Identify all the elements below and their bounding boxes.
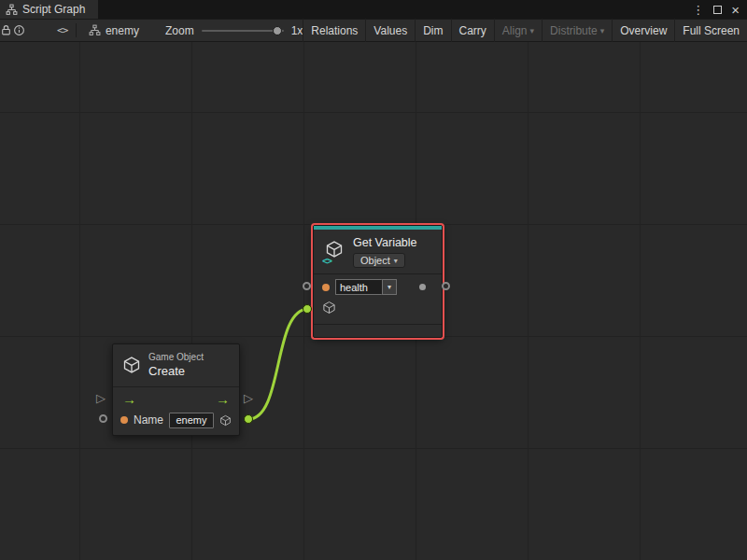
dim-button[interactable]: Dim	[415, 19, 450, 42]
values-button[interactable]: Values	[365, 19, 415, 42]
graph-reference[interactable]: enemy	[89, 24, 139, 37]
title-bar: Script Graph ⋮ ×	[0, 0, 747, 19]
game-object-output-icon[interactable]	[219, 413, 232, 427]
node-title: Create	[148, 364, 204, 379]
info-button[interactable]	[13, 20, 26, 42]
full-screen-button[interactable]: Full Screen	[674, 19, 747, 42]
variable-code-icon: <>	[322, 256, 331, 266]
maximize-icon[interactable]	[713, 6, 722, 14]
name-param-label: Name	[134, 413, 163, 427]
name-value-port-icon[interactable]	[120, 416, 128, 424]
variable-name-input[interactable]	[335, 279, 382, 295]
getvariable-value-output-port[interactable]	[442, 282, 450, 290]
chevron-down-icon: ▾	[394, 257, 398, 265]
graph-name-label: enemy	[106, 24, 139, 37]
overview-button[interactable]: Overview	[612, 19, 674, 42]
node-header[interactable]: <> Get Variable Object ▾	[314, 230, 442, 273]
toolbar: <> enemy Zoom 1x Relations Values Dim Ca…	[0, 19, 747, 42]
zoom-value: 1x	[291, 24, 303, 37]
carry-button[interactable]: Carry	[451, 19, 494, 42]
variable-name-dropdown[interactable]: ▾	[382, 279, 397, 295]
lock-button[interactable]	[0, 20, 13, 42]
node-footer	[314, 325, 442, 337]
graph-asset-icon	[89, 24, 101, 36]
create-name-input-port[interactable]	[99, 414, 107, 423]
getvariable-name-input-port[interactable]	[303, 282, 311, 290]
node-category: Game Object	[148, 352, 204, 364]
script-graph-window: Script Graph ⋮ × <> enemy Zoom 1x Relati…	[0, 0, 747, 560]
value-output-port-icon[interactable]	[419, 284, 426, 290]
relations-button[interactable]: Relations	[303, 19, 365, 42]
code-brackets-icon[interactable]: <>	[57, 24, 67, 36]
close-icon[interactable]: ×	[731, 3, 740, 17]
tab-title: Script Graph	[22, 3, 85, 16]
game-object-cube-icon	[122, 356, 141, 374]
chevron-down-icon: ▾	[530, 26, 535, 35]
node-title: Get Variable	[353, 236, 417, 249]
variable-icon: <>	[323, 240, 345, 264]
connection-wire[interactable]	[248, 309, 308, 419]
distribute-button[interactable]: Distribute▾	[542, 19, 612, 42]
toolbar-separator	[76, 23, 77, 37]
object-input-icon[interactable]	[322, 301, 336, 315]
variable-scope-dropdown[interactable]: Object ▾	[353, 253, 405, 268]
getvariable-object-input-port[interactable]	[303, 304, 312, 314]
variable-name-port-icon[interactable]	[322, 284, 330, 291]
graph-canvas[interactable]: Game Object Create → → Name	[0, 42, 747, 560]
chevron-down-icon: ▾	[600, 26, 605, 35]
zoom-slider-handle[interactable]	[273, 26, 282, 35]
zoom-slider[interactable]	[202, 30, 284, 32]
create-flow-input-port[interactable]: ▷	[96, 392, 106, 404]
lock-icon	[0, 24, 12, 36]
node-create-game-object[interactable]: Game Object Create → → Name	[112, 343, 240, 436]
window-menu-icon[interactable]: ⋮	[692, 3, 704, 17]
chevron-down-icon: ▾	[388, 283, 391, 291]
script-graph-icon	[6, 4, 18, 16]
node-header[interactable]: Game Object Create	[113, 344, 239, 386]
flow-output-arrow-icon[interactable]: →	[216, 392, 230, 406]
create-flow-output-port[interactable]: ▷	[244, 392, 253, 404]
node-get-variable[interactable]: <> Get Variable Object ▾ ▾	[313, 225, 443, 338]
flow-input-arrow-icon[interactable]: →	[122, 392, 136, 406]
create-object-output-port[interactable]	[244, 414, 253, 424]
align-button[interactable]: Align▾	[494, 19, 542, 42]
zoom-label: Zoom	[165, 24, 194, 37]
info-icon	[13, 24, 25, 36]
name-input[interactable]	[169, 413, 214, 428]
tab-script-graph[interactable]: Script Graph	[0, 0, 98, 19]
